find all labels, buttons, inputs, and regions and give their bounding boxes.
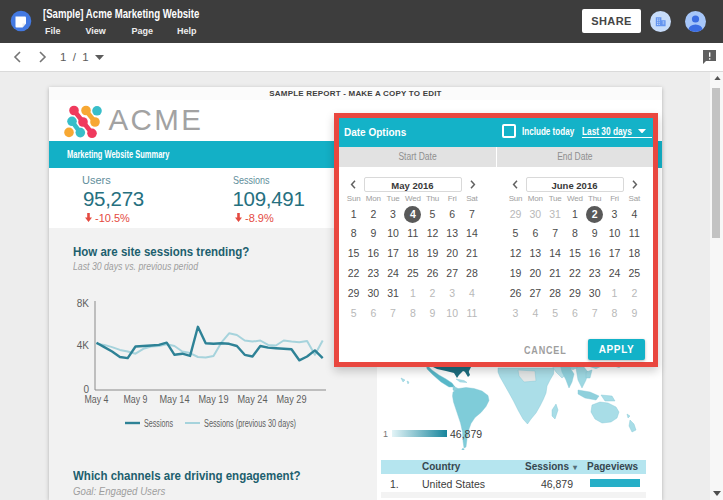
svg-text:Sessions (previous 30 days): Sessions (previous 30 days) [204,418,296,429]
svg-text:May 14: May 14 [160,394,190,405]
svg-text:8K: 8K [77,298,90,309]
svg-text:May 29: May 29 [277,394,307,405]
svg-text:4K: 4K [77,340,90,351]
svg-text:May 19: May 19 [199,394,229,405]
svg-text:May 4: May 4 [85,394,109,405]
svg-text:Sessions: Sessions [144,418,173,429]
svg-text:May 9: May 9 [124,394,148,405]
svg-text:May 24: May 24 [238,394,268,405]
